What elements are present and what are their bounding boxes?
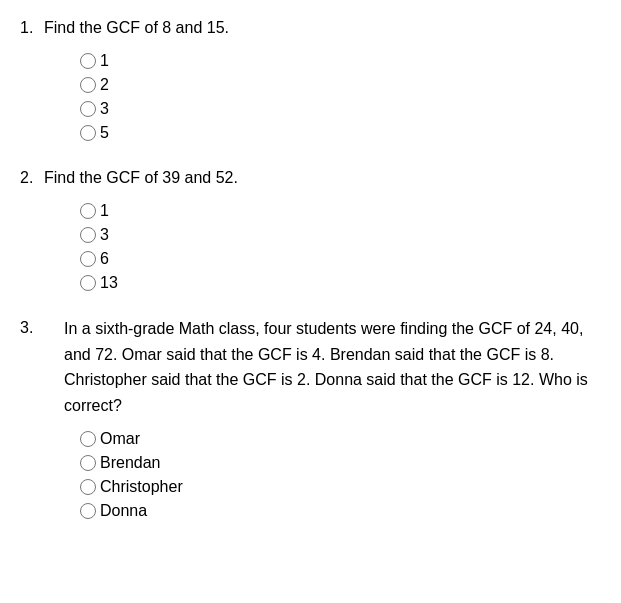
question-2-number: 2. <box>20 166 40 190</box>
q3-option-brendan-radio[interactable] <box>80 455 96 471</box>
q3-option-christopher-radio[interactable] <box>80 479 96 495</box>
q2-option-1-label[interactable]: 1 <box>100 202 109 220</box>
q1-option-2-label[interactable]: 2 <box>100 76 109 94</box>
q3-option-omar-radio[interactable] <box>80 431 96 447</box>
list-item: Omar <box>80 430 601 448</box>
q3-option-omar-label[interactable]: Omar <box>100 430 140 448</box>
list-item: 3 <box>80 226 601 244</box>
q1-option-1-label[interactable]: 1 <box>100 52 109 70</box>
list-item: 5 <box>80 124 601 142</box>
question-2-options: 1 3 6 13 <box>80 202 601 292</box>
list-item: 1 <box>80 202 601 220</box>
q2-option-2-radio[interactable] <box>80 227 96 243</box>
question-1-number: 1. <box>20 16 40 40</box>
question-3-text: 3. In a sixth-grade Math class, four stu… <box>20 316 601 418</box>
q2-option-3-radio[interactable] <box>80 251 96 267</box>
q1-option-4-radio[interactable] <box>80 125 96 141</box>
question-3-body: In a sixth-grade Math class, four studen… <box>64 316 601 418</box>
question-3-number: 3. <box>20 316 40 418</box>
list-item: 13 <box>80 274 601 292</box>
q3-option-brendan-label[interactable]: Brendan <box>100 454 161 472</box>
question-1-body: Find the GCF of 8 and 15. <box>44 16 229 40</box>
question-1-text: 1. Find the GCF of 8 and 15. <box>20 16 601 40</box>
question-3-options: Omar Brendan Christopher Donna <box>80 430 601 520</box>
q1-option-4-label[interactable]: 5 <box>100 124 109 142</box>
list-item: 3 <box>80 100 601 118</box>
q2-option-3-label[interactable]: 6 <box>100 250 109 268</box>
list-item: 6 <box>80 250 601 268</box>
list-item: 1 <box>80 52 601 70</box>
q3-option-donna-label[interactable]: Donna <box>100 502 147 520</box>
q1-option-2-radio[interactable] <box>80 77 96 93</box>
q1-option-3-radio[interactable] <box>80 101 96 117</box>
q2-option-4-label[interactable]: 13 <box>100 274 118 292</box>
q1-option-1-radio[interactable] <box>80 53 96 69</box>
q1-option-3-label[interactable]: 3 <box>100 100 109 118</box>
q3-option-donna-radio[interactable] <box>80 503 96 519</box>
list-item: Christopher <box>80 478 601 496</box>
question-3: 3. In a sixth-grade Math class, four stu… <box>20 316 601 520</box>
q3-option-christopher-label[interactable]: Christopher <box>100 478 183 496</box>
q2-option-4-radio[interactable] <box>80 275 96 291</box>
q2-option-1-radio[interactable] <box>80 203 96 219</box>
question-1: 1. Find the GCF of 8 and 15. 1 2 3 5 <box>20 16 601 142</box>
q2-option-2-label[interactable]: 3 <box>100 226 109 244</box>
question-2-text: 2. Find the GCF of 39 and 52. <box>20 166 601 190</box>
list-item: Donna <box>80 502 601 520</box>
list-item: Brendan <box>80 454 601 472</box>
question-1-options: 1 2 3 5 <box>80 52 601 142</box>
list-item: 2 <box>80 76 601 94</box>
question-2-body: Find the GCF of 39 and 52. <box>44 166 238 190</box>
question-2: 2. Find the GCF of 39 and 52. 1 3 6 13 <box>20 166 601 292</box>
